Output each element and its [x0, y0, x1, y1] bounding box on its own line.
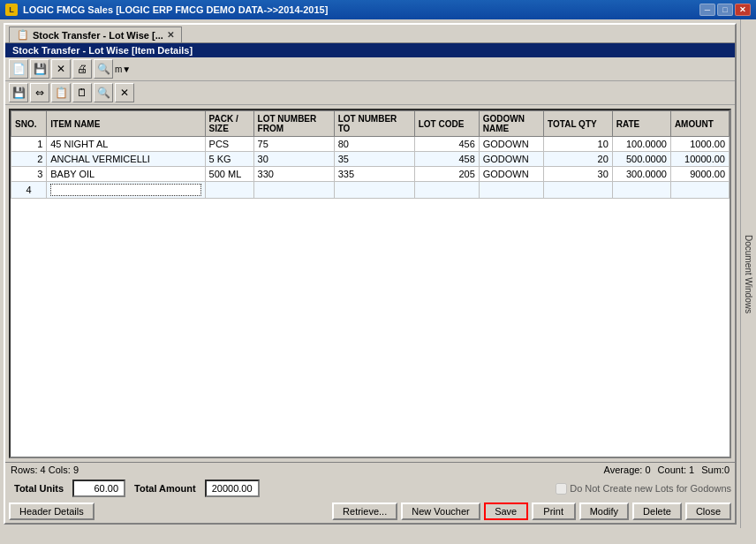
- toolbar2: 💾 ⇔ 📋 🗒 🔍 ✕: [5, 81, 735, 105]
- action-bar: Header Details Retrieve... New Voucher S…: [5, 500, 735, 523]
- remove-button[interactable]: ✕: [115, 83, 134, 102]
- item-name-input[interactable]: [50, 184, 200, 196]
- col-pack-size: PACK /SIZE: [205, 111, 253, 137]
- col-total-qty: TOTAL QTY: [544, 111, 613, 137]
- modify-button[interactable]: Modify: [579, 502, 629, 520]
- save2-button[interactable]: 💾: [9, 83, 28, 102]
- col-sno: SNO.: [11, 111, 47, 137]
- title-bar: L LOGIC FMCG Sales [LOGIC ERP FMCG DEMO …: [0, 0, 756, 19]
- cell-pack-size: 500 ML: [205, 167, 253, 182]
- cell-godown: GODOWN: [479, 137, 543, 152]
- title-bar-controls: ─ □ ✕: [699, 4, 751, 16]
- cell-lot-from: 330: [253, 167, 334, 182]
- table-row: 1 45 NIGHT AL PCS 75 80 456 GODOWN 10 10…: [11, 137, 730, 152]
- average-status: Average: 0: [604, 465, 651, 475]
- cell-pack-size: [205, 182, 253, 199]
- delete-toolbar-button[interactable]: ✕: [51, 59, 71, 79]
- status-right: Average: 0 Count: 1 Sum:0: [604, 465, 730, 475]
- tab-stock-transfer[interactable]: 📋 Stock Transfer - Lot Wise [... ✕: [9, 26, 182, 42]
- cell-amount: 9000.00: [670, 167, 729, 182]
- cell-total-qty: [544, 182, 613, 199]
- total-units-label: Total Units: [9, 481, 69, 495]
- app-icon: L: [5, 4, 18, 16]
- total-units-value: 60.00: [72, 480, 125, 497]
- cell-lot-to: 335: [334, 167, 414, 182]
- cell-total-qty: 10: [544, 137, 613, 152]
- col-rate: RATE: [612, 111, 670, 137]
- close-action-button[interactable]: Close: [685, 502, 731, 520]
- cell-total-qty: 30: [544, 167, 613, 182]
- cell-amount: 1000.00: [670, 137, 729, 152]
- total-amount-label: Total Amount: [129, 481, 201, 495]
- main-window: Document Windows 📋 Stock Transfer - Lot …: [0, 19, 756, 528]
- inner-window: 📋 Stock Transfer - Lot Wise [... ✕ Stock…: [4, 23, 737, 525]
- col-item-name: ITEM NAME: [47, 111, 205, 137]
- tab-bar: 📋 Stock Transfer - Lot Wise [... ✕: [5, 25, 735, 43]
- sum-status: Sum:0: [701, 465, 730, 475]
- col-amount: AMOUNT: [670, 111, 729, 137]
- delete-button[interactable]: Delete: [632, 502, 682, 520]
- nav-button[interactable]: ⇔: [30, 83, 49, 102]
- cell-lot-to: 80: [334, 137, 414, 152]
- cell-item-name: BABY OIL: [47, 167, 205, 182]
- toolbar1: 📄 💾 ✕ 🖨 🔍 m▼: [5, 57, 735, 81]
- tab-label: Stock Transfer - Lot Wise [...: [33, 30, 163, 41]
- save-action-button[interactable]: Save: [484, 502, 528, 520]
- cell-pack-size: PCS: [205, 137, 253, 152]
- find-button[interactable]: 🔍: [94, 83, 113, 102]
- cell-lot-code: 205: [414, 167, 479, 182]
- table-area: SNO. ITEM NAME PACK /SIZE LOT NUMBERFROM…: [9, 109, 731, 458]
- cell-rate: 300.0000: [612, 167, 670, 182]
- rows-cols-status: Rows: 4 Cols: 9: [11, 465, 597, 475]
- cell-amount: 10000.00: [670, 152, 729, 167]
- zoom-label: m▼: [115, 64, 131, 74]
- cell-rate: 500.0000: [612, 152, 670, 167]
- doc-button[interactable]: 🗒: [72, 83, 92, 102]
- cell-lot-from: 30: [253, 152, 334, 167]
- table-row: 3 BABY OIL 500 ML 330 335 205 GODOWN 30 …: [11, 167, 730, 182]
- copy-button[interactable]: 📋: [51, 83, 71, 102]
- retrieve-button[interactable]: Retrieve...: [332, 502, 397, 520]
- cell-lot-code: [414, 182, 479, 199]
- app-title: LOGIC FMCG Sales [LOGIC ERP FMCG DEMO DA…: [23, 4, 328, 15]
- close-button[interactable]: ✕: [735, 4, 751, 16]
- zoom-button[interactable]: 🔍: [94, 59, 113, 79]
- cell-lot-code: 458: [414, 152, 479, 167]
- table-row: 2 ANCHAL VERMICELLI 5 KG 30 35 458 GODOW…: [11, 152, 730, 167]
- col-lot-from: LOT NUMBERFROM: [253, 111, 334, 137]
- cell-rate: [612, 182, 670, 199]
- header-details-button[interactable]: Header Details: [9, 502, 94, 520]
- cell-sno: 2: [11, 152, 47, 167]
- cell-lot-to: 35: [334, 152, 414, 167]
- cell-item-name: ANCHAL VERMICELLI: [47, 152, 205, 167]
- cell-pack-size: 5 KG: [205, 152, 253, 167]
- print-toolbar-button[interactable]: 🖨: [72, 59, 92, 79]
- cell-lot-from: [253, 182, 334, 199]
- status-bar: Rows: 4 Cols: 9 Average: 0 Count: 1 Sum:…: [5, 462, 735, 477]
- table-row: 4: [11, 182, 730, 199]
- print-button[interactable]: Print: [532, 502, 576, 520]
- cell-item-name[interactable]: [47, 182, 205, 199]
- total-amount-value: 20000.00: [205, 480, 260, 497]
- side-label: Document Windows: [740, 19, 756, 528]
- col-lot-code: LOT CODE: [414, 111, 479, 137]
- cell-lot-to: [334, 182, 414, 199]
- new-button[interactable]: 📄: [9, 59, 28, 79]
- cell-godown: GODOWN: [479, 152, 543, 167]
- minimize-button[interactable]: ─: [699, 4, 715, 16]
- no-new-lots-checkbox[interactable]: [556, 483, 567, 495]
- count-status: Count: 1: [658, 465, 695, 475]
- cell-sno: 4: [11, 182, 47, 199]
- col-lot-to: LOT NUMBERTO: [334, 111, 414, 137]
- cell-amount: [670, 182, 729, 199]
- save-toolbar-button[interactable]: 💾: [30, 59, 49, 79]
- data-table: SNO. ITEM NAME PACK /SIZE LOT NUMBERFROM…: [11, 110, 730, 199]
- totals-bar: Total Units 60.00 Total Amount 20000.00 …: [5, 477, 735, 500]
- cell-godown: GODOWN: [479, 167, 543, 182]
- col-godown: GODOWNNAME: [479, 111, 543, 137]
- maximize-button[interactable]: □: [717, 4, 733, 16]
- tab-close-icon[interactable]: ✕: [167, 30, 174, 40]
- new-voucher-button[interactable]: New Voucher: [401, 502, 480, 520]
- no-new-lots-checkbox-label[interactable]: Do Not Create new Lots for Godowns: [556, 483, 731, 495]
- tab-icon: 📋: [17, 29, 29, 41]
